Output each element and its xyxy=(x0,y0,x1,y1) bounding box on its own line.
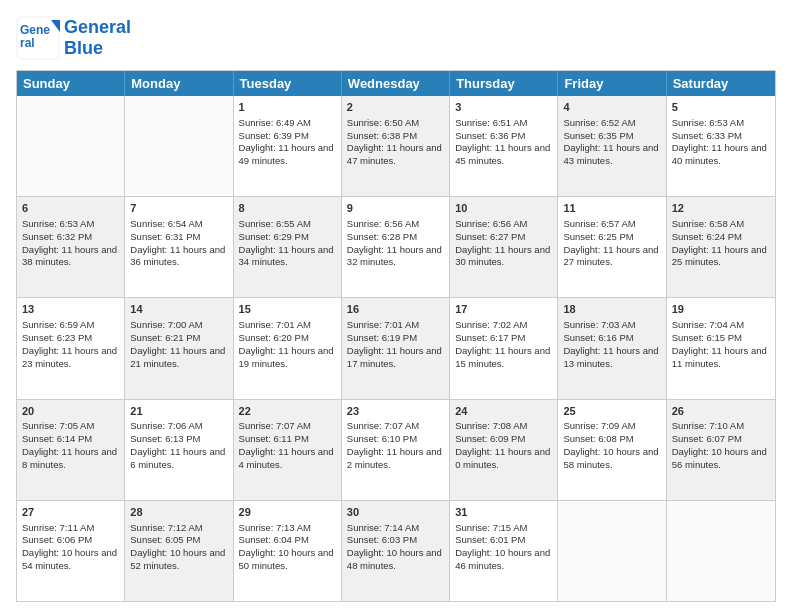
sunrise-text: Sunrise: 6:50 AM xyxy=(347,117,444,130)
sunset-text: Sunset: 6:28 PM xyxy=(347,231,444,244)
sunrise-text: Sunrise: 7:01 AM xyxy=(347,319,444,332)
daylight-text: Daylight: 11 hours and 0 minutes. xyxy=(455,446,552,472)
calendar-cell: 27Sunrise: 7:11 AMSunset: 6:06 PMDayligh… xyxy=(17,501,125,601)
sunrise-text: Sunrise: 7:13 AM xyxy=(239,522,336,535)
calendar-cell: 4Sunrise: 6:52 AMSunset: 6:35 PMDaylight… xyxy=(558,96,666,196)
daylight-text: Daylight: 11 hours and 11 minutes. xyxy=(672,345,770,371)
calendar-cell: 9Sunrise: 6:56 AMSunset: 6:28 PMDaylight… xyxy=(342,197,450,297)
day-number: 9 xyxy=(347,201,444,216)
page: Gene ral General Blue SundayMondayTuesda… xyxy=(0,0,792,612)
daylight-text: Daylight: 11 hours and 23 minutes. xyxy=(22,345,119,371)
day-number: 19 xyxy=(672,302,770,317)
sunset-text: Sunset: 6:11 PM xyxy=(239,433,336,446)
header: Gene ral General Blue xyxy=(16,16,776,60)
sunset-text: Sunset: 6:16 PM xyxy=(563,332,660,345)
day-number: 24 xyxy=(455,404,552,419)
daylight-text: Daylight: 11 hours and 8 minutes. xyxy=(22,446,119,472)
sunrise-text: Sunrise: 7:15 AM xyxy=(455,522,552,535)
header-day-saturday: Saturday xyxy=(667,71,775,96)
calendar-cell: 3Sunrise: 6:51 AMSunset: 6:36 PMDaylight… xyxy=(450,96,558,196)
sunrise-text: Sunrise: 7:09 AM xyxy=(563,420,660,433)
sunset-text: Sunset: 6:19 PM xyxy=(347,332,444,345)
calendar-cell: 10Sunrise: 6:56 AMSunset: 6:27 PMDayligh… xyxy=(450,197,558,297)
day-number: 10 xyxy=(455,201,552,216)
sunset-text: Sunset: 6:20 PM xyxy=(239,332,336,345)
day-number: 20 xyxy=(22,404,119,419)
daylight-text: Daylight: 11 hours and 30 minutes. xyxy=(455,244,552,270)
calendar-row-3: 13Sunrise: 6:59 AMSunset: 6:23 PMDayligh… xyxy=(17,298,775,399)
svg-text:ral: ral xyxy=(20,36,35,50)
day-number: 28 xyxy=(130,505,227,520)
calendar-cell: 28Sunrise: 7:12 AMSunset: 6:05 PMDayligh… xyxy=(125,501,233,601)
header-day-tuesday: Tuesday xyxy=(234,71,342,96)
day-number: 16 xyxy=(347,302,444,317)
calendar-row-4: 20Sunrise: 7:05 AMSunset: 6:14 PMDayligh… xyxy=(17,400,775,501)
calendar-cell: 17Sunrise: 7:02 AMSunset: 6:17 PMDayligh… xyxy=(450,298,558,398)
sunset-text: Sunset: 6:32 PM xyxy=(22,231,119,244)
calendar-cell: 24Sunrise: 7:08 AMSunset: 6:09 PMDayligh… xyxy=(450,400,558,500)
calendar-header: SundayMondayTuesdayWednesdayThursdayFrid… xyxy=(17,71,775,96)
sunset-text: Sunset: 6:24 PM xyxy=(672,231,770,244)
day-number: 26 xyxy=(672,404,770,419)
logo-blue-text: Blue xyxy=(64,38,103,58)
daylight-text: Daylight: 11 hours and 25 minutes. xyxy=(672,244,770,270)
day-number: 14 xyxy=(130,302,227,317)
daylight-text: Daylight: 11 hours and 49 minutes. xyxy=(239,142,336,168)
daylight-text: Daylight: 10 hours and 54 minutes. xyxy=(22,547,119,573)
sunrise-text: Sunrise: 7:02 AM xyxy=(455,319,552,332)
daylight-text: Daylight: 10 hours and 52 minutes. xyxy=(130,547,227,573)
daylight-text: Daylight: 10 hours and 58 minutes. xyxy=(563,446,660,472)
calendar-cell: 26Sunrise: 7:10 AMSunset: 6:07 PMDayligh… xyxy=(667,400,775,500)
sunrise-text: Sunrise: 7:11 AM xyxy=(22,522,119,535)
sunset-text: Sunset: 6:03 PM xyxy=(347,534,444,547)
sunrise-text: Sunrise: 7:12 AM xyxy=(130,522,227,535)
sunrise-text: Sunrise: 6:53 AM xyxy=(22,218,119,231)
calendar-cell xyxy=(667,501,775,601)
calendar-cell: 19Sunrise: 7:04 AMSunset: 6:15 PMDayligh… xyxy=(667,298,775,398)
day-number: 17 xyxy=(455,302,552,317)
sunrise-text: Sunrise: 6:52 AM xyxy=(563,117,660,130)
calendar-cell: 25Sunrise: 7:09 AMSunset: 6:08 PMDayligh… xyxy=(558,400,666,500)
sunrise-text: Sunrise: 7:07 AM xyxy=(347,420,444,433)
sunrise-text: Sunrise: 7:06 AM xyxy=(130,420,227,433)
sunset-text: Sunset: 6:06 PM xyxy=(22,534,119,547)
day-number: 11 xyxy=(563,201,660,216)
daylight-text: Daylight: 11 hours and 32 minutes. xyxy=(347,244,444,270)
sunrise-text: Sunrise: 6:53 AM xyxy=(672,117,770,130)
sunrise-text: Sunrise: 7:14 AM xyxy=(347,522,444,535)
calendar-cell: 20Sunrise: 7:05 AMSunset: 6:14 PMDayligh… xyxy=(17,400,125,500)
svg-text:Gene: Gene xyxy=(20,23,50,37)
calendar-body: 1Sunrise: 6:49 AMSunset: 6:39 PMDaylight… xyxy=(17,96,775,601)
daylight-text: Daylight: 11 hours and 34 minutes. xyxy=(239,244,336,270)
day-number: 2 xyxy=(347,100,444,115)
day-number: 13 xyxy=(22,302,119,317)
daylight-text: Daylight: 11 hours and 2 minutes. xyxy=(347,446,444,472)
daylight-text: Daylight: 11 hours and 43 minutes. xyxy=(563,142,660,168)
calendar-cell: 11Sunrise: 6:57 AMSunset: 6:25 PMDayligh… xyxy=(558,197,666,297)
day-number: 22 xyxy=(239,404,336,419)
calendar-cell: 13Sunrise: 6:59 AMSunset: 6:23 PMDayligh… xyxy=(17,298,125,398)
sunrise-text: Sunrise: 7:05 AM xyxy=(22,420,119,433)
calendar-cell: 30Sunrise: 7:14 AMSunset: 6:03 PMDayligh… xyxy=(342,501,450,601)
calendar-cell: 12Sunrise: 6:58 AMSunset: 6:24 PMDayligh… xyxy=(667,197,775,297)
day-number: 4 xyxy=(563,100,660,115)
sunrise-text: Sunrise: 7:07 AM xyxy=(239,420,336,433)
calendar-cell: 1Sunrise: 6:49 AMSunset: 6:39 PMDaylight… xyxy=(234,96,342,196)
calendar: SundayMondayTuesdayWednesdayThursdayFrid… xyxy=(16,70,776,602)
sunset-text: Sunset: 6:04 PM xyxy=(239,534,336,547)
sunrise-text: Sunrise: 6:56 AM xyxy=(455,218,552,231)
daylight-text: Daylight: 11 hours and 36 minutes. xyxy=(130,244,227,270)
daylight-text: Daylight: 11 hours and 15 minutes. xyxy=(455,345,552,371)
calendar-cell: 21Sunrise: 7:06 AMSunset: 6:13 PMDayligh… xyxy=(125,400,233,500)
daylight-text: Daylight: 11 hours and 45 minutes. xyxy=(455,142,552,168)
sunrise-text: Sunrise: 6:56 AM xyxy=(347,218,444,231)
daylight-text: Daylight: 11 hours and 40 minutes. xyxy=(672,142,770,168)
day-number: 18 xyxy=(563,302,660,317)
sunrise-text: Sunrise: 6:58 AM xyxy=(672,218,770,231)
header-day-thursday: Thursday xyxy=(450,71,558,96)
daylight-text: Daylight: 10 hours and 46 minutes. xyxy=(455,547,552,573)
calendar-row-2: 6Sunrise: 6:53 AMSunset: 6:32 PMDaylight… xyxy=(17,197,775,298)
sunrise-text: Sunrise: 7:10 AM xyxy=(672,420,770,433)
calendar-cell: 15Sunrise: 7:01 AMSunset: 6:20 PMDayligh… xyxy=(234,298,342,398)
day-number: 5 xyxy=(672,100,770,115)
